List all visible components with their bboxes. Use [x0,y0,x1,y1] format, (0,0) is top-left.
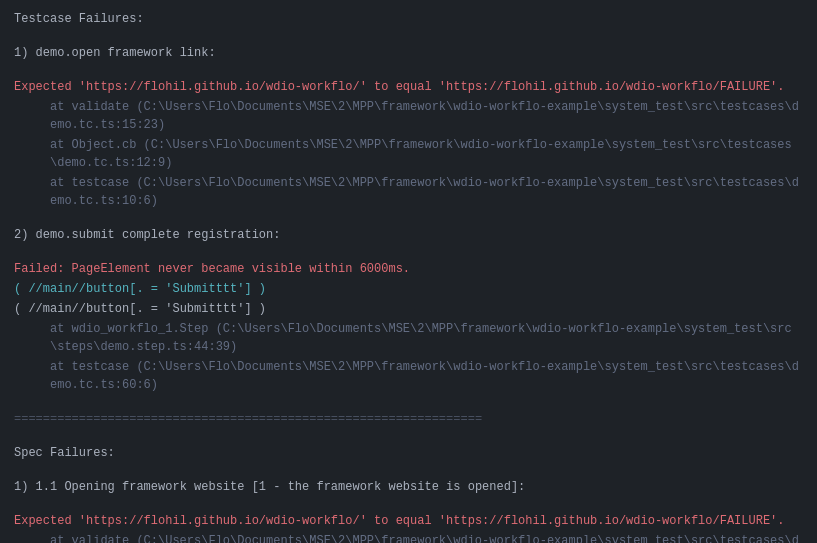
spec1-line-1: at validate (C:\Users\Flo\Documents\MSE\… [14,532,803,543]
spec-failures-title: Spec Failures: [14,444,803,462]
tc1-line-2: at Object.cb (C:\Users\Flo\Documents\MSE… [14,136,803,172]
testcase-section-1: 1) demo.open framework link: Expected 'h… [14,44,803,210]
testcase-failures-title: Testcase Failures: [14,10,803,28]
terminal-output: Testcase Failures: 1) demo.open framewor… [14,10,803,543]
spec1-header: 1) 1.1 Opening framework website [1 - th… [14,478,803,496]
tc2-line-4: at testcase (C:\Users\Flo\Documents\MSE\… [14,358,803,394]
tc2-line-1: ( //main//button[. = 'Submitttt'] ) [14,280,803,298]
spec1-line-0: Expected 'https://flohil.github.io/wdio-… [14,512,803,530]
tc1-line-3: at testcase (C:\Users\Flo\Documents\MSE\… [14,174,803,210]
tc1-line-0: Expected 'https://flohil.github.io/wdio-… [14,78,803,96]
tc1-line-1: at validate (C:\Users\Flo\Documents\MSE\… [14,98,803,134]
tc1-header: 1) demo.open framework link: [14,44,803,62]
separator-line: ========================================… [14,410,803,428]
tc2-line-2: ( //main//button[. = 'Submitttt'] ) [14,300,803,318]
testcase-section-2: 2) demo.submit complete registration: Fa… [14,226,803,394]
tc2-line-3: at wdio_workflo_1.Step (C:\Users\Flo\Doc… [14,320,803,356]
tc2-line-0: Failed: PageElement never became visible… [14,260,803,278]
tc2-header: 2) demo.submit complete registration: [14,226,803,244]
spec-section-1: 1) 1.1 Opening framework website [1 - th… [14,478,803,543]
